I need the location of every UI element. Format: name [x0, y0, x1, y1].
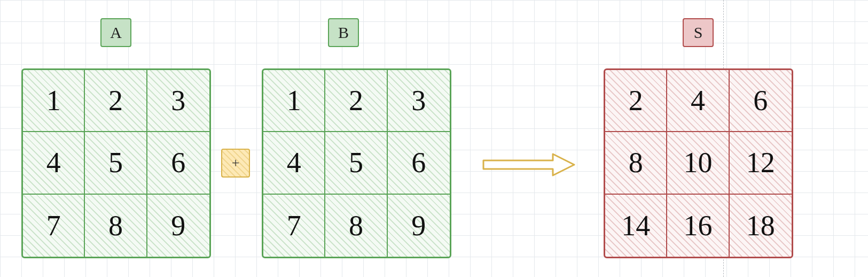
- matrix-A-cell: 7: [23, 195, 85, 257]
- plus-operator-box: +: [221, 149, 250, 178]
- matrix-S-cell: 16: [667, 195, 729, 257]
- label-B-box: B: [328, 18, 359, 47]
- matrix-B-cell: 6: [388, 132, 450, 194]
- label-B-text: B: [338, 24, 349, 42]
- matrix-S-cell: 10: [667, 132, 729, 194]
- matrix-B: 1 2 3 4 5 6 7 8 9: [262, 68, 451, 258]
- diagram-stage: A B S 1 2 3 4 5 6 7 8 9 + 1 2 3 4 5 6 7 …: [0, 0, 868, 277]
- matrix-S-cell: 12: [730, 132, 792, 194]
- matrix-S: 2 4 6 8 10 12 14 16 18: [604, 68, 793, 258]
- matrix-A-cell: 1: [23, 70, 85, 132]
- plus-icon: +: [232, 155, 240, 171]
- matrix-A-cell: 9: [147, 195, 209, 257]
- matrix-B-cell: 4: [263, 132, 325, 194]
- matrix-B-cell: 5: [325, 132, 387, 194]
- matrix-B-cell: 3: [388, 70, 450, 132]
- matrix-S-cell: 4: [667, 70, 729, 132]
- matrix-A-cell: 6: [147, 132, 209, 194]
- matrix-B-cell: 9: [388, 195, 450, 257]
- matrix-A-cell: 8: [85, 195, 147, 257]
- matrix-A-cell: 3: [147, 70, 209, 132]
- label-S-text: S: [694, 24, 703, 42]
- matrix-B-cell: 2: [325, 70, 387, 132]
- matrix-S-cell: 6: [730, 70, 792, 132]
- label-S-box: S: [683, 18, 714, 47]
- matrix-B-cell: 1: [263, 70, 325, 132]
- label-A-text: A: [110, 24, 122, 42]
- matrix-A-cell: 2: [85, 70, 147, 132]
- arrow-icon: [481, 150, 577, 182]
- matrix-S-cell: 18: [730, 195, 792, 257]
- matrix-A-cell: 4: [23, 132, 85, 194]
- matrix-B-cell: 7: [263, 195, 325, 257]
- matrix-A: 1 2 3 4 5 6 7 8 9: [21, 68, 211, 258]
- matrix-A-cell: 5: [85, 132, 147, 194]
- matrix-B-cell: 8: [325, 195, 387, 257]
- matrix-S-cell: 14: [605, 195, 667, 257]
- label-A-box: A: [100, 18, 131, 47]
- matrix-S-cell: 2: [605, 70, 667, 132]
- matrix-S-cell: 8: [605, 132, 667, 194]
